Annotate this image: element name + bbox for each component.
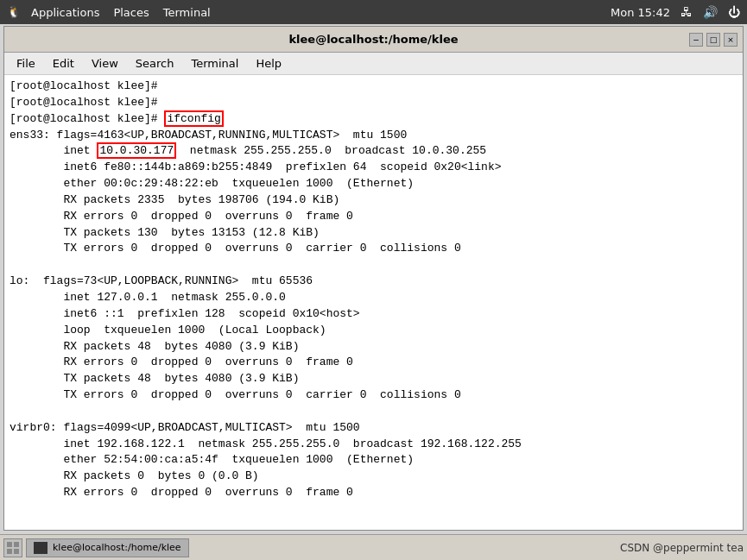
menu-edit[interactable]: Edit	[44, 55, 83, 72]
system-bar: 🐧 Applications Places Terminal Mon 15:42…	[0, 0, 747, 24]
title-bar: klee@localhost:/home/klee − □ ×	[4, 27, 743, 53]
clock: Mon 15:42	[611, 6, 670, 19]
menu-terminal[interactable]: Terminal	[182, 55, 247, 72]
close-button[interactable]: ×	[724, 33, 738, 47]
system-bar-left: 🐧 Applications Places Terminal	[7, 5, 216, 19]
os-logo: 🐧	[7, 5, 21, 19]
menu-help[interactable]: Help	[247, 55, 290, 72]
menu-applications[interactable]: Applications	[26, 6, 104, 19]
menu-terminal[interactable]: Terminal	[158, 6, 216, 19]
power-icon: ⏻	[728, 5, 740, 19]
ip-highlight: 10.0.30.177	[97, 142, 176, 159]
taskbar: klee@localhost:/home/klee CSDN @peppermi…	[0, 534, 747, 560]
svg-rect-0	[7, 542, 12, 547]
taskbar-window-item[interactable]: klee@localhost:/home/klee	[26, 538, 189, 557]
svg-rect-3	[14, 549, 19, 554]
menu-places[interactable]: Places	[108, 6, 154, 19]
svg-rect-2	[7, 549, 12, 554]
menu-view[interactable]: View	[83, 55, 127, 72]
menu-bar: File Edit View Search Terminal Help	[4, 53, 743, 75]
watermark-text: CSDN @peppermint tea	[620, 542, 744, 554]
window-title: klee@localhost:/home/klee	[288, 33, 458, 46]
terminal-window: klee@localhost:/home/klee − □ × File Edi…	[3, 26, 744, 531]
taskbar-window-label: klee@localhost:/home/klee	[53, 542, 181, 553]
desktop-pager[interactable]	[3, 538, 22, 557]
network-icon: 🖧	[681, 5, 693, 19]
taskbar-right: CSDN @peppermint tea	[620, 542, 744, 554]
menu-search[interactable]: Search	[127, 55, 183, 72]
terminal-output[interactable]: [root@localhost klee]# [root@localhost k…	[4, 75, 743, 530]
volume-icon: 🔊	[703, 5, 718, 19]
minimize-button[interactable]: −	[689, 33, 703, 47]
window-controls: − □ ×	[689, 33, 738, 47]
svg-rect-1	[14, 542, 19, 547]
terminal-icon	[34, 542, 47, 554]
line-1: [root@localhost klee]# [root@localhost k…	[9, 79, 522, 499]
maximize-button[interactable]: □	[706, 33, 720, 47]
command-highlight: ifconfig	[164, 110, 223, 127]
menu-file[interactable]: File	[8, 55, 44, 72]
system-bar-right: Mon 15:42 🖧 🔊 ⏻	[611, 5, 740, 19]
